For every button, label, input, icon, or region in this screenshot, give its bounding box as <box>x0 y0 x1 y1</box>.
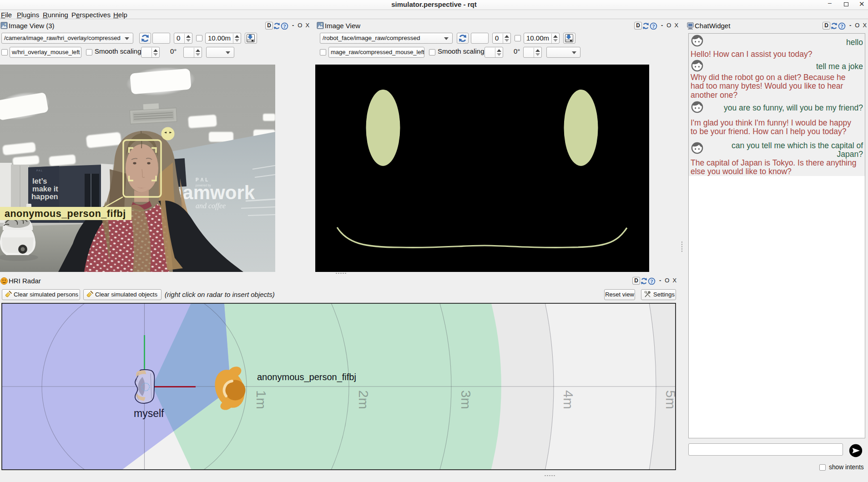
svg-text:happen: happen <box>31 192 58 201</box>
svg-text:HRI Radar: HRI Radar <box>9 277 41 285</box>
svg-text:?: ? <box>283 24 286 29</box>
svg-text:let’s: let’s <box>32 177 47 185</box>
svg-text:2m: 2m <box>356 390 371 409</box>
svg-text:anonymous_person_fifbj: anonymous_person_fifbj <box>257 372 356 382</box>
svg-text:ChatWidget: ChatWidget <box>695 22 731 30</box>
svg-text:1m: 1m <box>254 390 269 409</box>
svg-text:3m: 3m <box>459 390 474 409</box>
svg-text:eamwork: eamwork <box>172 182 255 203</box>
svg-text:Image View: Image View <box>325 22 360 30</box>
svg-text:anonymous_person_fifbj: anonymous_person_fifbj <box>5 208 126 219</box>
svg-text:?: ? <box>841 24 843 29</box>
svg-text:PAL: PAL <box>36 169 43 172</box>
svg-text:4m: 4m <box>561 390 576 409</box>
svg-text:myself: myself <box>134 407 164 419</box>
svg-text:?: ? <box>652 24 655 29</box>
svg-text:make it: make it <box>32 185 58 193</box>
svg-text:and coffee: and coffee <box>196 202 226 210</box>
svg-text:?: ? <box>651 279 653 284</box>
svg-text:Image View (3): Image View (3) <box>9 22 55 30</box>
svg-text:5m: 5m <box>663 390 676 409</box>
